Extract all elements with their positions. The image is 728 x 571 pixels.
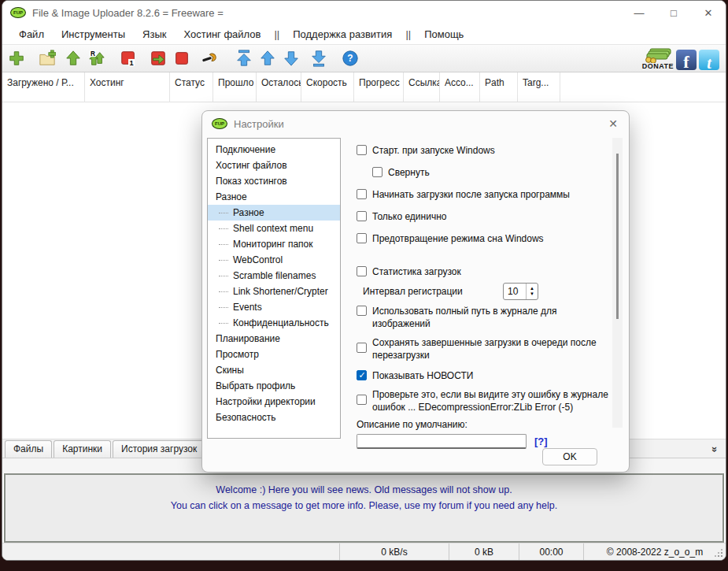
dialog-scrollbar-thumb[interactable]: [616, 154, 619, 319]
checkbox-checked-icon[interactable]: [357, 370, 367, 380]
checkbox-unchecked-icon[interactable]: [357, 343, 367, 353]
default-description-label-row: Описание по умолчанию:: [357, 418, 612, 431]
tree-item-events[interactable]: Events: [208, 299, 340, 315]
tree-item-webcontrol[interactable]: WebControl: [208, 252, 340, 268]
menu-support-development[interactable]: Поддержка развития: [284, 28, 401, 40]
settings-button[interactable]: [200, 49, 219, 68]
dialog-close-icon[interactable]: ✕: [597, 117, 629, 130]
window-title: File & Image Uploader 8.2.6 = Freeware =: [32, 7, 224, 19]
checkbox-unchecked-icon[interactable]: [357, 266, 367, 276]
move-bottom-arrow-icon: [310, 50, 327, 67]
menu-separator: ||: [401, 28, 416, 40]
column-remaining[interactable]: Осталось: [257, 72, 301, 102]
menu-language[interactable]: Язык: [134, 28, 175, 40]
column-speed[interactable]: Скорость: [301, 72, 354, 102]
default-description-input[interactable]: [357, 434, 527, 449]
move-bottom-button[interactable]: [309, 49, 328, 68]
donate-button[interactable]: DONATE: [642, 47, 674, 70]
checkbox-unchecked-icon[interactable]: [357, 189, 367, 199]
desktop: FUP File & Image Uploader 8.2.6 = Freewa…: [0, 0, 728, 571]
tree-item-connection[interactable]: Подключение: [208, 142, 340, 158]
checkbox-unchecked-icon[interactable]: [372, 167, 382, 177]
tree-item-skins[interactable]: Скины: [208, 362, 340, 378]
stop-one-button[interactable]: 1: [119, 49, 138, 68]
tree-item-privacy[interactable]: Конфиденциальность: [208, 315, 340, 331]
add-files-button[interactable]: [7, 49, 26, 68]
add-folder-button[interactable]: [38, 49, 57, 68]
tree-item-misc-parent[interactable]: Разное: [208, 189, 340, 205]
checkbox-unchecked-icon[interactable]: [357, 233, 367, 243]
checkbox-unchecked-icon[interactable]: [357, 395, 367, 405]
column-uploaded[interactable]: Загружено / Р...: [2, 72, 85, 102]
column-account[interactable]: Acco...: [440, 72, 480, 102]
column-progress[interactable]: Прогресс: [354, 72, 404, 102]
tree-item-misc-selected[interactable]: Разное: [208, 205, 340, 221]
option-minimize[interactable]: Свернуть: [372, 166, 612, 179]
tab-images[interactable]: Картинки: [54, 440, 111, 458]
tree-item-file-hosting[interactable]: Хостинг файлов: [208, 158, 340, 173]
column-status[interactable]: Статус: [170, 72, 213, 102]
option-keep-finished[interactable]: Сохранять завершенные загрузки в очереди…: [357, 336, 612, 362]
stop-button[interactable]: [172, 49, 191, 68]
checkbox-unchecked-icon[interactable]: [357, 306, 367, 316]
news-line-2: You can click on a message to get more i…: [6, 498, 722, 514]
option-statistics[interactable]: Статистика загрузок: [357, 265, 612, 278]
default-description-row: [?]: [357, 434, 612, 449]
svg-text:?: ?: [347, 53, 353, 64]
close-button[interactable]: ✕: [691, 1, 726, 24]
tab-upload-history[interactable]: История загрузок: [113, 440, 205, 458]
minimize-button[interactable]: —: [622, 1, 656, 24]
tree-item-security[interactable]: Безопасность: [208, 410, 340, 425]
interval-value[interactable]: 10: [504, 284, 526, 299]
tree-item-shell-context-menu[interactable]: Shell context menu: [208, 221, 340, 236]
tree-item-folder-monitoring[interactable]: Мониторинг папок: [208, 236, 340, 252]
move-down-arrow-icon: [283, 50, 300, 67]
menu-bar: Файл Инструменты Язык Хостинг файлов || …: [2, 24, 726, 45]
tree-item-scramble-filenames[interactable]: Scramble filenames: [208, 268, 340, 284]
interval-label: Интервал регистрации: [363, 283, 503, 300]
ok-button[interactable]: OK: [542, 448, 597, 465]
move-top-button[interactable]: [235, 49, 253, 68]
checkbox-unchecked-icon[interactable]: [357, 145, 367, 155]
menu-file[interactable]: Файл: [10, 28, 53, 40]
column-hosting[interactable]: Хостинг: [85, 72, 170, 102]
option-start-after-launch[interactable]: Начинать загрузки после запуска программ…: [357, 188, 612, 201]
description-help-link[interactable]: [?]: [534, 436, 548, 447]
maximize-button[interactable]: □: [656, 1, 691, 24]
option-full-path[interactable]: Использовать полный путь в журнале для и…: [357, 305, 612, 330]
facebook-icon[interactable]: f: [676, 50, 697, 70]
spinner-arrows-icon[interactable]: ▲▼: [526, 284, 538, 299]
option-single-only[interactable]: Только единично: [357, 210, 612, 223]
column-path[interactable]: Path: [480, 72, 518, 102]
upload-button[interactable]: [64, 49, 83, 68]
column-target[interactable]: Targ...: [518, 72, 560, 102]
tab-files[interactable]: Файлы: [5, 440, 52, 458]
tree-item-view[interactable]: Просмотр: [208, 347, 340, 362]
menu-file-hosting[interactable]: Хостинг файлов: [175, 28, 269, 40]
option-check-error[interactable]: Проверьте это, если вы видите эту ошибку…: [357, 388, 612, 413]
help-button[interactable]: ?: [341, 49, 360, 68]
option-prevent-sleep[interactable]: Предотвращение режима сна Windows: [357, 232, 612, 245]
dialog-scrollbar[interactable]: [612, 138, 623, 428]
collapse-panel-icon[interactable]: »: [710, 447, 720, 452]
skip-button[interactable]: [149, 49, 168, 68]
tree-item-directory-settings[interactable]: Настройки директории: [208, 394, 340, 410]
option-show-news[interactable]: Показывать НОВОСТИ: [357, 369, 612, 382]
option-start-with-windows[interactable]: Старт. при запуске Windows: [357, 144, 612, 157]
tree-item-scheduling[interactable]: Планирование: [208, 331, 340, 347]
news-panel[interactable]: Welcome :) Here you will see news. Old m…: [4, 473, 724, 543]
move-down-button[interactable]: [282, 49, 301, 68]
menu-tools[interactable]: Инструменты: [53, 28, 134, 40]
interval-spinner[interactable]: 10 ▲▼: [503, 283, 538, 300]
column-elapsed[interactable]: Прошло: [213, 72, 257, 102]
checkbox-unchecked-icon[interactable]: [357, 211, 367, 221]
twitter-icon[interactable]: t: [699, 50, 719, 70]
tree-item-select-profile[interactable]: Выбрать профиль: [208, 378, 340, 394]
move-up-button[interactable]: [258, 49, 277, 68]
menu-help[interactable]: Помощь: [416, 28, 472, 40]
resize-grip[interactable]: [721, 555, 722, 557]
tree-item-show-hostings[interactable]: Показ хостингов: [208, 173, 340, 189]
tree-item-link-shortener[interactable]: Link Shortener/Crypter: [208, 284, 340, 299]
column-link[interactable]: Ссылка: [404, 72, 440, 102]
reupload-button[interactable]: R: [87, 49, 106, 68]
